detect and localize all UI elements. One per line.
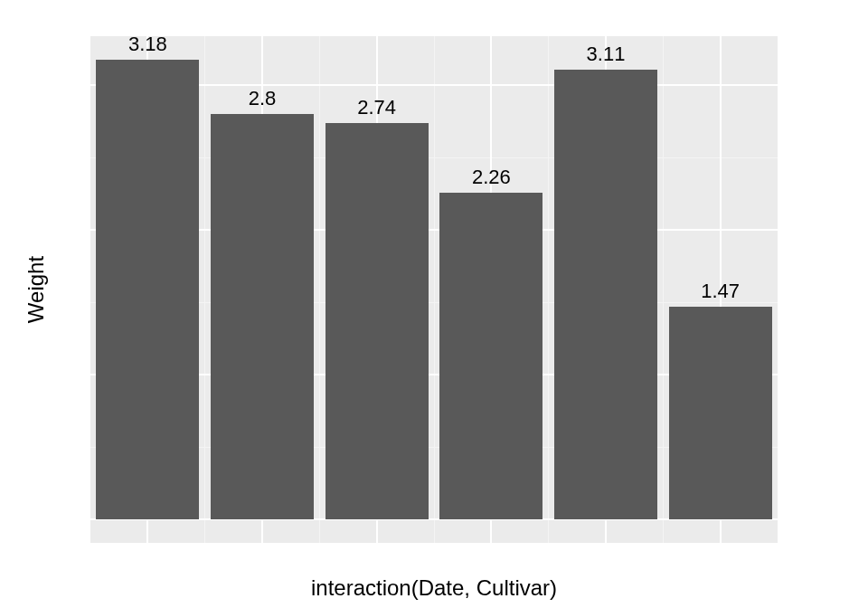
bar [211, 114, 314, 519]
grid-minor-v [204, 36, 205, 543]
bar-value-label: 2.26 [472, 166, 511, 189]
y-axis-title: Weight [24, 256, 49, 323]
x-axis-title: interaction(Date, Cultivar) [311, 575, 557, 601]
bar-value-label: 2.74 [357, 96, 396, 119]
bar [554, 70, 657, 520]
grid-minor-v [319, 36, 320, 543]
bar [96, 60, 199, 520]
grid-minor-v [434, 36, 435, 543]
bar [439, 193, 542, 520]
grid-minor-v [663, 36, 664, 543]
bar [326, 123, 429, 519]
bar-value-label: 3.18 [128, 36, 167, 56]
bar-value-label: 1.47 [701, 280, 740, 303]
chart-panel: 0123d16.c39d20.c39d21.c39d16.c52d20.c52d… [90, 36, 778, 543]
bar [669, 307, 772, 519]
grid-minor-v [548, 36, 549, 543]
plot-area: 0123d16.c39d20.c39d21.c39d16.c52d20.c52d… [90, 36, 778, 543]
bar-value-label: 2.8 [249, 87, 277, 110]
bar-value-label: 3.11 [587, 43, 626, 66]
